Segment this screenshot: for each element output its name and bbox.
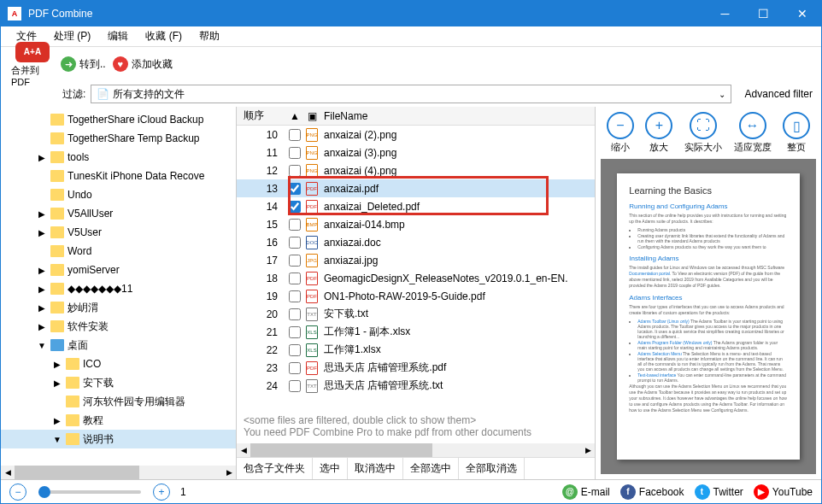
- file-row[interactable]: 24TXT思迅天店 店铺管理系统.txt: [237, 377, 595, 395]
- maximize-button[interactable]: ☐: [744, 1, 783, 26]
- file-row[interactable]: 13PDFanxaizai.pdf: [237, 179, 595, 197]
- select-all-button[interactable]: 全部选中: [403, 458, 459, 479]
- row-checkbox[interactable]: [286, 147, 303, 159]
- advanced-filter-button[interactable]: Advanced filter: [737, 85, 821, 103]
- minimize-button[interactable]: ─: [706, 1, 744, 26]
- combine-pdf-button[interactable]: A+A 合并到 PDF: [11, 42, 54, 87]
- goto-button[interactable]: ➜ 转到..: [61, 56, 106, 72]
- col-sort[interactable]: ▲: [286, 110, 303, 122]
- email-link[interactable]: @E-mail: [562, 484, 610, 500]
- row-checkbox[interactable]: [286, 129, 303, 141]
- whole-page-button[interactable]: ▯整页: [783, 112, 810, 154]
- add-favorite-button[interactable]: ♥ 添加收藏: [113, 56, 173, 72]
- file-row[interactable]: 23PDF思迅天店 店铺管理系统.pdf: [237, 359, 595, 377]
- close-button[interactable]: ✕: [783, 1, 821, 26]
- tree-item[interactable]: ▶◆◆◆◆◆◆◆11: [1, 279, 236, 298]
- file-row[interactable]: 11PNGanxaizai (3).png: [237, 144, 595, 161]
- file-name: anxaizai.pdf: [320, 183, 595, 195]
- preview-viewport[interactable]: Learning the Basics Running and Configur…: [601, 159, 816, 474]
- row-checkbox[interactable]: [286, 308, 303, 320]
- tree-item[interactable]: ▶ICO: [1, 355, 236, 373]
- tree-item[interactable]: Undo: [1, 185, 236, 204]
- row-checkbox[interactable]: [286, 344, 303, 356]
- row-checkbox[interactable]: [286, 255, 303, 267]
- file-row[interactable]: 14PDFanxaizai_Deleted.pdf: [237, 197, 595, 215]
- menu-edit[interactable]: 编辑: [99, 26, 137, 46]
- row-checkbox[interactable]: [286, 183, 303, 195]
- file-type-icon: PDF: [303, 290, 320, 303]
- col-filename[interactable]: FileName: [320, 110, 595, 122]
- file-row[interactable]: 19PDFON1-Photo-RAW-2019-5-Guide.pdf: [237, 287, 595, 305]
- page-slider[interactable]: [38, 490, 141, 494]
- fit-width-button[interactable]: ↔适应宽度: [734, 112, 772, 154]
- tree-item[interactable]: ▼桌面: [1, 336, 236, 355]
- col-order[interactable]: 顺序: [237, 108, 286, 123]
- tree-item[interactable]: TogetherShare Temp Backup: [1, 129, 236, 148]
- include-subfolders-button[interactable]: 包含子文件夹: [237, 458, 313, 479]
- file-row[interactable]: 18PDFGeomagicDesignX_ReleaseNotes_v2019.…: [237, 269, 595, 287]
- twitter-icon: t: [695, 484, 710, 500]
- tree-item[interactable]: ▶软件安装: [1, 317, 236, 336]
- row-checkbox[interactable]: [286, 201, 303, 213]
- row-checkbox[interactable]: [286, 380, 303, 392]
- select-button[interactable]: 选中: [313, 458, 348, 479]
- scroll-right-button[interactable]: ▶: [222, 466, 236, 479]
- row-checkbox[interactable]: [286, 237, 303, 249]
- minus-icon: −: [607, 112, 634, 139]
- file-row[interactable]: 10PNGanxaizai (2).png: [237, 126, 595, 144]
- file-type-icon: PNG: [303, 164, 320, 178]
- tree-item[interactable]: ▶tools: [1, 148, 236, 167]
- scroll-left-button[interactable]: ◀: [1, 466, 15, 479]
- row-checkbox[interactable]: [286, 326, 303, 338]
- col-check[interactable]: ▣: [303, 110, 320, 122]
- tree-item[interactable]: TogetherShare iCloud Backup: [1, 110, 236, 129]
- twitter-link[interactable]: tTwitter: [695, 484, 743, 500]
- next-page-button[interactable]: +: [153, 483, 170, 501]
- tree-item[interactable]: Word: [1, 242, 236, 261]
- youtube-link[interactable]: ▶YouTube: [754, 484, 813, 500]
- facebook-link[interactable]: fFacebook: [620, 484, 684, 500]
- row-checkbox[interactable]: [286, 290, 303, 302]
- tree-item[interactable]: ▶妙岄渭: [1, 298, 236, 317]
- file-type-icon: TXT: [303, 308, 320, 321]
- tree-caret-icon: ▶: [52, 378, 62, 388]
- row-checkbox[interactable]: [286, 362, 303, 374]
- prev-page-button[interactable]: −: [9, 483, 26, 501]
- row-checkbox[interactable]: [286, 165, 303, 177]
- row-checkbox[interactable]: [286, 219, 303, 231]
- actual-size-button[interactable]: ⛶实际大小: [684, 112, 722, 154]
- filter-hint[interactable]: <some files are filtered, double click t…: [237, 409, 595, 443]
- deselect-button[interactable]: 取消选中: [348, 458, 403, 479]
- file-list: 顺序 ▲ ▣ FileName 10PNGanxaizai (2).png11P…: [237, 107, 596, 479]
- tree-scrollbar-horizontal[interactable]: ◀ ▶: [1, 466, 236, 479]
- scroll-left-button[interactable]: ◀: [237, 443, 250, 457]
- tree-item[interactable]: ▼说明书: [1, 430, 236, 448]
- tree-item[interactable]: TunesKit iPhone Data Recove: [1, 167, 236, 185]
- filter-icon: 📄: [97, 88, 109, 100]
- filelist-scrollbar-horizontal[interactable]: ◀ ▶: [237, 443, 595, 457]
- file-row[interactable]: 20TXT安下载.txt: [237, 305, 595, 323]
- tree-item[interactable]: ▶yomiServer: [1, 261, 236, 279]
- file-row[interactable]: 12PNGanxaizai (4).png: [237, 161, 595, 179]
- zoom-out-button[interactable]: −缩小: [607, 112, 634, 154]
- menu-help[interactable]: 帮助: [191, 26, 228, 46]
- zoom-in-button[interactable]: +放大: [645, 112, 672, 154]
- tree-item[interactable]: ▶V5User: [1, 223, 236, 242]
- tree-caret-icon: ▶: [37, 153, 47, 162]
- file-row[interactable]: 16DOCanxiazai.doc: [237, 233, 595, 251]
- folder-icon: [66, 396, 79, 407]
- row-checkbox[interactable]: [286, 273, 303, 284]
- tree-item[interactable]: ▶安下载: [1, 373, 236, 392]
- file-row[interactable]: 15BMPanxaizai-014.bmp: [237, 215, 595, 233]
- menu-favorites[interactable]: 收藏 (F): [137, 26, 191, 46]
- tree-item[interactable]: ▶V5AllUser: [1, 204, 236, 223]
- deselect-all-button[interactable]: 全部取消选: [459, 458, 525, 479]
- file-row[interactable]: 21XLS工作簿1 - 副本.xlsx: [237, 323, 595, 341]
- tree-item[interactable]: ▶教程: [1, 411, 236, 430]
- scroll-right-button[interactable]: ▶: [581, 443, 595, 457]
- file-row[interactable]: 22XLS工作簿1.xlsx: [237, 341, 595, 359]
- folder-icon: [50, 151, 64, 163]
- tree-item[interactable]: 河东软件园专用编辑器: [1, 392, 236, 411]
- file-row[interactable]: 17JPGanxiazai.jpg: [237, 251, 595, 269]
- filter-dropdown[interactable]: 📄 所有支持的文件 ⌄: [91, 85, 731, 103]
